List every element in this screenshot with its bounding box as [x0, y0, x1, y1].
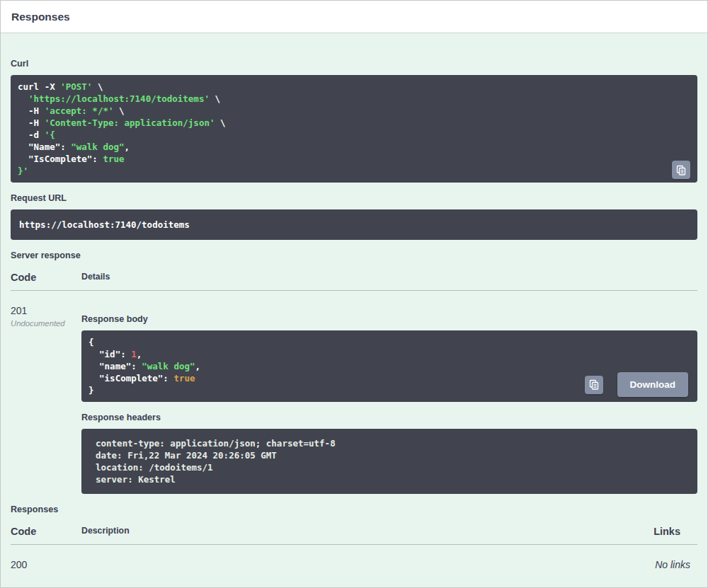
responses-table-header: Code Description Links	[11, 526, 697, 545]
undocumented-label: Undocumented	[11, 319, 81, 328]
swagger-responses-panel: Responses Curl curl -X 'POST' \ 'https:/…	[0, 0, 708, 588]
copy-curl-button[interactable]	[672, 161, 690, 179]
responses-code-header: Code	[11, 526, 81, 537]
status-code: 201	[11, 305, 81, 316]
response-code-200: 200	[11, 559, 81, 570]
server-response-label: Server response	[11, 250, 697, 260]
response-headers-label: Response headers	[81, 413, 697, 422]
responses-links-header: Links	[653, 526, 697, 537]
details-column-header: Details	[81, 272, 697, 283]
request-url-value: https://localhost:7140/todoitems	[19, 219, 689, 231]
server-response-row: 201 Undocumented Response body { "id": 1…	[11, 291, 697, 494]
response-details-cell: Response body { "id": 1, "name": "walk d…	[81, 305, 697, 494]
panel-header: Responses	[1, 1, 707, 33]
responses-description-header: Description	[81, 526, 130, 537]
status-code-cell: 201 Undocumented	[11, 305, 81, 328]
clipboard-icon	[676, 165, 686, 175]
response-body-actions: Download	[585, 372, 689, 397]
request-url-block: https://localhost:7140/todoitems	[11, 209, 697, 240]
panel-title: Responses	[11, 11, 70, 23]
request-url-label: Request URL	[11, 193, 697, 203]
copy-response-body-button[interactable]	[585, 376, 603, 394]
response-headers-block: content-type: application/json; charset=…	[81, 429, 697, 494]
response-body-label: Response body	[81, 314, 697, 324]
responses-section-label: Responses	[11, 505, 697, 514]
response-200-links: No links	[655, 559, 697, 570]
code-column-header: Code	[11, 272, 81, 283]
panel-body: Curl curl -X 'POST' \ 'https://localhost…	[1, 33, 707, 588]
curl-command-block: curl -X 'POST' \ 'https://localhost:7140…	[11, 75, 697, 183]
response-headers-text: content-type: application/json; charset=…	[96, 437, 683, 485]
download-button[interactable]: Download	[617, 372, 689, 397]
server-response-table-header: Code Details	[11, 272, 697, 291]
clipboard-icon	[589, 379, 599, 390]
response-body-block: { "id": 1, "name": "walk dog", "isComple…	[81, 330, 697, 402]
curl-label: Curl	[11, 59, 697, 69]
curl-command-text: curl -X 'POST' \ 'https://localhost:7140…	[18, 81, 690, 177]
responses-row-200: 200 No links	[11, 545, 697, 570]
